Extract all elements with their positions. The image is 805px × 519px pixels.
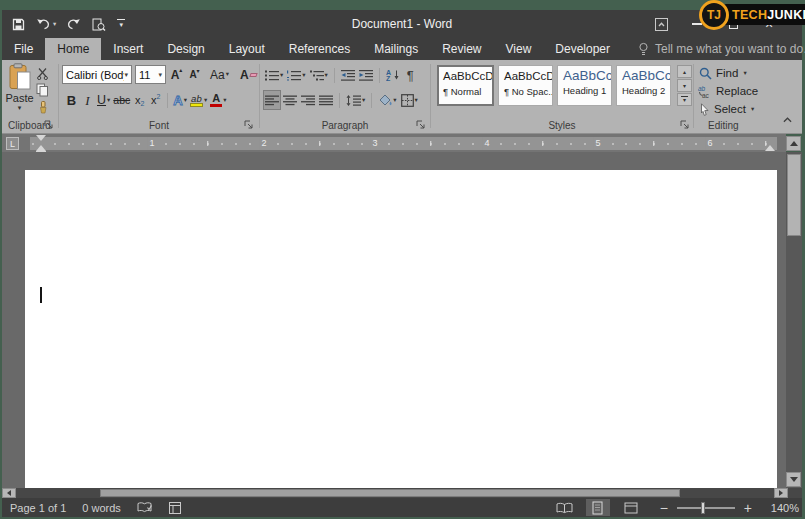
first-line-indent-marker[interactable] [36, 135, 46, 141]
paragraph-dialog-launcher[interactable] [416, 120, 425, 129]
read-mode-icon[interactable] [553, 499, 577, 516]
horizontal-scrollbar-thumb[interactable] [100, 489, 680, 497]
eraser-icon [249, 73, 257, 77]
tab-review[interactable]: Review [430, 38, 493, 60]
document-page[interactable] [25, 170, 777, 488]
brand-junkie: JUNKIE [767, 8, 805, 22]
ribbon-tab-row: File Home Insert Design Layout Reference… [2, 38, 802, 60]
multilevel-list-button[interactable]: ▾ [309, 66, 329, 84]
zoom-slider-thumb[interactable] [701, 502, 705, 514]
font-family-select[interactable]: Calibri (Body) ▾ [62, 65, 132, 84]
find-button[interactable]: Find ▾ [699, 65, 747, 81]
zoom-out-button[interactable]: − [660, 500, 668, 516]
tab-developer[interactable]: Developer [543, 38, 622, 60]
copy-icon[interactable] [35, 81, 50, 99]
justify-button[interactable] [318, 91, 334, 109]
tab-file[interactable]: File [2, 38, 45, 60]
subscript-button[interactable]: x2 [132, 91, 147, 109]
shading-button[interactable]: ▾ [377, 91, 397, 109]
tab-layout[interactable]: Layout [217, 38, 277, 60]
scroll-left-icon[interactable] [2, 488, 16, 498]
collapse-ribbon-icon[interactable] [783, 117, 792, 123]
highlight-color-button[interactable]: ab ▾ [189, 91, 208, 109]
grow-font-button[interactable]: A▴ [169, 66, 184, 84]
decrease-indent-button[interactable] [340, 66, 356, 84]
style-no-spacing[interactable]: AaBbCcDd ¶ No Spac... [498, 65, 553, 106]
undo-icon[interactable]: ▾ [36, 18, 56, 30]
tab-view[interactable]: View [494, 38, 544, 60]
tab-home[interactable]: Home [45, 38, 101, 60]
styles-gallery-scroll: ▴ ▾ ▾ [677, 65, 692, 106]
increase-indent-button[interactable] [358, 66, 374, 84]
italic-button[interactable]: I [80, 91, 95, 109]
clipboard-dialog-launcher[interactable] [44, 120, 53, 129]
find-icon [699, 67, 712, 80]
styles-scroll-up-icon[interactable]: ▴ [677, 65, 692, 78]
tell-me-box[interactable]: Tell me what you want to do… [638, 38, 805, 60]
tab-insert[interactable]: Insert [101, 38, 155, 60]
save-icon[interactable] [12, 18, 25, 31]
web-layout-icon[interactable] [619, 499, 643, 516]
ribbon-display-options-icon[interactable] [650, 12, 672, 36]
style-heading-2[interactable]: AaBbCcD Heading 2 [616, 65, 671, 106]
bullets-button[interactable]: ▾ [264, 66, 284, 84]
styles-dialog-launcher[interactable] [680, 120, 689, 129]
vertical-scrollbar-thumb[interactable] [787, 154, 801, 236]
bold-button[interactable]: B [64, 91, 79, 109]
techjunkie-badge: TJ [699, 0, 729, 30]
sort-button[interactable]: AZ [385, 66, 401, 84]
align-left-button[interactable] [264, 91, 280, 109]
cut-icon[interactable] [35, 64, 50, 82]
replace-button[interactable]: abac Replace [698, 83, 758, 99]
shrink-font-button[interactable]: A▾ [187, 66, 202, 84]
show-formatting-marks-button[interactable]: ¶ [403, 66, 418, 84]
styles-scroll-down-icon[interactable]: ▾ [677, 79, 692, 92]
macro-record-icon[interactable] [169, 502, 181, 514]
clear-formatting-button[interactable]: A [239, 66, 258, 84]
zoom-level[interactable]: 140% [767, 502, 799, 514]
group-styles: AaBbCcDd ¶ Normal AaBbCcDd ¶ No Spac... … [431, 60, 693, 133]
select-button[interactable]: Select ▾ [699, 101, 754, 117]
styles-more-icon[interactable]: ▾ [677, 93, 692, 106]
tab-references[interactable]: References [277, 38, 362, 60]
format-painter-icon[interactable] [35, 98, 50, 116]
zoom-in-button[interactable]: + [744, 500, 752, 516]
proofing-icon[interactable] [137, 501, 153, 514]
font-size-select[interactable]: 11 ▾ [135, 65, 166, 84]
text-effects-button[interactable]: A▾ [172, 91, 188, 109]
ribbon: Paste ▾ Clipboard Calibri (Body) [2, 60, 802, 134]
tab-design[interactable]: Design [155, 38, 216, 60]
customize-qat-icon[interactable]: ▾ [117, 19, 125, 30]
borders-button[interactable]: ▾ [400, 91, 419, 109]
highlight-swatch [190, 103, 203, 107]
chevron-down-icon: ▾ [124, 71, 128, 79]
right-indent-marker[interactable] [765, 145, 775, 151]
style-normal[interactable]: AaBbCcDd ¶ Normal [437, 65, 494, 106]
zoom-slider[interactable] [677, 507, 735, 509]
word-count-status[interactable]: 0 words [82, 502, 121, 514]
underline-button[interactable]: U▾ [96, 91, 111, 109]
page-count-status[interactable]: Page 1 of 1 [10, 502, 66, 514]
text-cursor [40, 287, 42, 303]
print-layout-icon[interactable] [586, 499, 610, 516]
paste-button[interactable]: Paste ▾ [5, 63, 34, 115]
align-center-button[interactable] [282, 91, 298, 109]
style-heading-1[interactable]: AaBbCc Heading 1 [557, 65, 612, 106]
print-preview-icon[interactable] [92, 18, 106, 31]
change-case-button[interactable]: Aa▾ [209, 66, 230, 84]
scroll-down-icon[interactable] [786, 472, 801, 487]
line-spacing-button[interactable]: ▾ [345, 91, 366, 109]
scroll-up-icon[interactable] [786, 136, 801, 151]
horizontal-ruler[interactable]: 1 2 3 4 5 6 [30, 137, 777, 150]
font-dialog-launcher[interactable] [244, 120, 253, 129]
align-right-button[interactable] [300, 91, 316, 109]
superscript-button[interactable]: x2 [148, 91, 163, 109]
chevron-down-icon: ▾ [158, 71, 162, 79]
tab-stop-selector[interactable]: L [6, 137, 19, 150]
scroll-right-icon[interactable] [774, 488, 788, 498]
redo-icon[interactable] [67, 18, 81, 30]
numbering-button[interactable]: ▾ [286, 66, 306, 84]
strikethrough-button[interactable]: abc [112, 91, 131, 109]
tab-mailings[interactable]: Mailings [362, 38, 430, 60]
font-color-button[interactable]: A ▾ [209, 91, 227, 109]
